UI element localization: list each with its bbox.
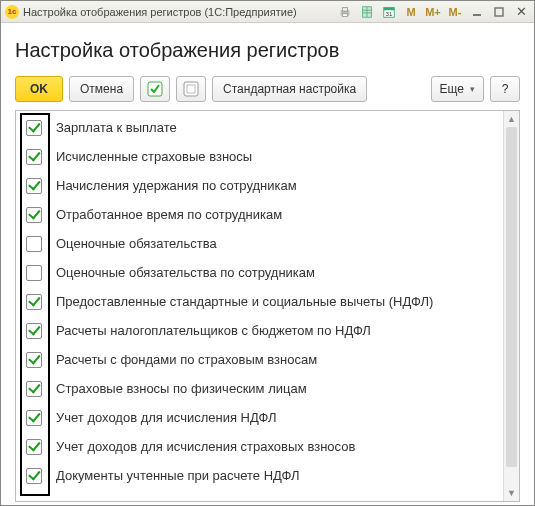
list-item-label: Оценочные обязательства (56, 236, 217, 251)
m-plus-icon[interactable]: M+ (424, 4, 442, 20)
checkbox[interactable] (26, 294, 42, 310)
checkbox[interactable] (26, 410, 42, 426)
checkbox[interactable] (26, 323, 42, 339)
list-item[interactable]: Учет доходов для исчисления страховых вз… (16, 432, 503, 461)
list-item-label: Страховые взносы по физическим лицам (56, 381, 307, 396)
uncheck-all-button[interactable] (176, 76, 206, 102)
list-item[interactable]: Предоставленные стандартные и социальные… (16, 287, 503, 316)
calendar-icon[interactable]: 31 (380, 4, 398, 20)
list-item-label: Документы учтенные при расчете НДФЛ (56, 468, 300, 483)
list-item[interactable]: Оценочные обязательства по сотрудникам (16, 258, 503, 287)
check-all-button[interactable] (140, 76, 170, 102)
list-item-label: Учет доходов для исчисления НДФЛ (56, 410, 276, 425)
checkbox[interactable] (26, 120, 42, 136)
list-item-label: Предоставленные стандартные и социальные… (56, 294, 433, 309)
svg-rect-10 (473, 14, 481, 16)
scrollbar-thumb[interactable] (506, 127, 517, 467)
checkbox[interactable] (26, 149, 42, 165)
help-button[interactable]: ? (490, 76, 520, 102)
cancel-button[interactable]: Отмена (69, 76, 134, 102)
uncheck-all-icon (183, 81, 199, 97)
checkbox[interactable] (26, 265, 42, 281)
minimize-icon[interactable] (468, 4, 486, 20)
window-title: Настройка отображения регистров (1С:Пред… (23, 6, 297, 18)
ok-button[interactable]: OK (15, 76, 63, 102)
list-item[interactable]: Оценочные обязательства (16, 229, 503, 258)
scroll-down-icon[interactable]: ▼ (504, 485, 519, 501)
window-titlebar: 1c Настройка отображения регистров (1С:П… (1, 1, 534, 23)
m-minus-icon[interactable]: M- (446, 4, 464, 20)
close-icon[interactable]: ✕ (512, 4, 530, 20)
list-item[interactable]: Страховые взносы по физическим лицам (16, 374, 503, 403)
checkbox[interactable] (26, 236, 42, 252)
list-item-label: Отработанное время по сотрудникам (56, 207, 282, 222)
checkbox[interactable] (26, 352, 42, 368)
list-item[interactable]: Расчеты налогоплательщиков с бюджетом по… (16, 316, 503, 345)
list-item[interactable]: Документы учтенные при расчете НДФЛ (16, 461, 503, 490)
list-item[interactable]: Учет доходов для исчисления НДФЛ (16, 403, 503, 432)
svg-rect-1 (342, 7, 347, 11)
more-button[interactable]: Еще ▾ (431, 76, 484, 102)
page-title: Настройка отображения регистров (15, 39, 520, 62)
checkbox[interactable] (26, 468, 42, 484)
vertical-scrollbar[interactable]: ▲ ▼ (503, 111, 519, 501)
list-item[interactable]: Расчеты с фондами по страховым взносам (16, 345, 503, 374)
standard-settings-button[interactable]: Стандартная настройка (212, 76, 367, 102)
checkbox[interactable] (26, 381, 42, 397)
checkbox[interactable] (26, 178, 42, 194)
svg-rect-2 (342, 13, 347, 16)
chevron-down-icon: ▾ (470, 84, 475, 94)
scroll-up-icon[interactable]: ▲ (504, 111, 519, 127)
list-item[interactable]: Исчисленные страховые взносы (16, 142, 503, 171)
more-button-label: Еще (440, 82, 464, 96)
list-item[interactable]: Начисления удержания по сотрудникам (16, 171, 503, 200)
app-logo-icon: 1c (5, 5, 19, 19)
list-item[interactable]: Отработанное время по сотрудникам (16, 200, 503, 229)
checkbox[interactable] (26, 207, 42, 223)
list-item-label: Зарплата к выплате (56, 120, 177, 135)
check-all-icon (147, 81, 163, 97)
list-item-label: Расчеты налогоплательщиков с бюджетом по… (56, 323, 371, 338)
list-item[interactable]: Зарплата к выплате (16, 113, 503, 142)
register-list-container: Зарплата к выплатеИсчисленные страховые … (15, 110, 520, 502)
list-item-label: Расчеты с фондами по страховым взносам (56, 352, 317, 367)
calc-icon[interactable] (358, 4, 376, 20)
list-item-label: Учет доходов для исчисления страховых вз… (56, 439, 355, 454)
checkbox[interactable] (26, 439, 42, 455)
svg-rect-13 (184, 82, 198, 96)
toolbar: OK Отмена Стандартная настройка Еще ▾ ? (15, 76, 520, 102)
m-icon[interactable]: M (402, 4, 420, 20)
svg-text:31: 31 (386, 9, 393, 16)
print-icon[interactable] (336, 4, 354, 20)
list-item-label: Исчисленные страховые взносы (56, 149, 252, 164)
list-item-label: Оценочные обязательства по сотрудникам (56, 265, 315, 280)
list-item-label: Начисления удержания по сотрудникам (56, 178, 297, 193)
svg-rect-11 (495, 8, 503, 16)
register-list: Зарплата к выплатеИсчисленные страховые … (16, 111, 503, 501)
maximize-icon[interactable] (490, 4, 508, 20)
